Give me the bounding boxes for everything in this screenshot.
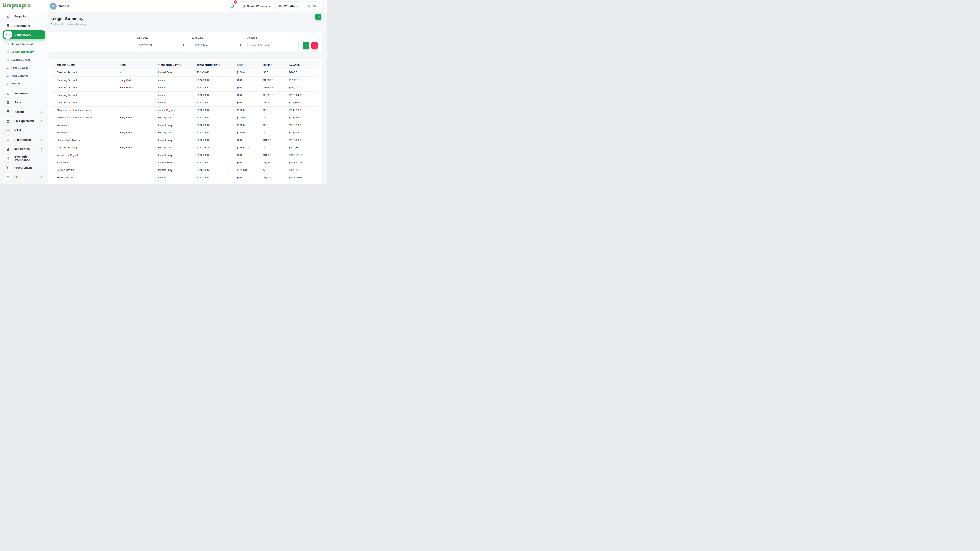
account-label: Account <box>247 36 299 39</box>
chevron-right-icon <box>40 120 43 122</box>
start-date-label: Start Date <box>137 36 188 39</box>
sidebar-item-job-search[interactable]: Job Search <box>3 144 45 154</box>
table-cell: - <box>120 136 158 144</box>
filter-panel: Start Date 06/01/2024 End Date 10/28/202… <box>48 32 322 52</box>
sidebar-item-accounting[interactable]: Accounting <box>3 21 45 30</box>
chevron-right-icon <box>40 24 43 27</box>
table-cell: $735.0 <box>263 99 288 106</box>
table-cell: $290.0 <box>237 129 263 136</box>
table-row: InventoryKelly BrookBill Payment2024-09-… <box>51 129 319 136</box>
table-cell: $234,600.0 <box>237 144 263 151</box>
sidebar-item-projects[interactable]: Projects <box>3 12 45 21</box>
sidebar-subitem-trial-balance[interactable]: Trial Balance <box>7 72 45 79</box>
table-cell: - <box>120 69 158 76</box>
table-header-row: ACCOUNT NAMENAMETRANSACTION TYPETRANSACT… <box>51 61 319 69</box>
sidebar-item-label: Recruitment <box>14 138 40 141</box>
table-row: Service Income-Invoice2024-09-11$0.0$8,6… <box>51 174 319 181</box>
table-row: Allowance for doubtful accounts-Invoice … <box>51 106 319 114</box>
sidebar-subitem-profit-loss[interactable]: Profit & Loss <box>7 64 45 72</box>
sidebar-subitem-label: Trial Balance <box>11 74 45 77</box>
sidebar-item-label: POS <box>14 175 40 179</box>
sidebar-subitem-report[interactable]: Report <box>7 79 45 87</box>
sidebar: ProjectsAccountingDoubleEntryJournal Acc… <box>0 12 48 184</box>
table-cell: - <box>120 99 158 106</box>
table-cell: $-120,791.0 <box>288 166 319 174</box>
create-workspace-button[interactable]: Create Workspace <box>238 2 274 11</box>
calendar-icon[interactable] <box>238 43 241 46</box>
table-cell: 2024-09-12 <box>197 69 237 76</box>
table-cell: - <box>120 174 158 181</box>
sidebar-item-label: Procurement <box>14 166 40 170</box>
end-date-label: End Date <box>192 36 243 39</box>
table-cell: $114,399.0 <box>288 99 319 106</box>
end-date-field: End Date 10/28/2024 <box>192 36 243 49</box>
chevron-right-icon <box>40 129 43 132</box>
workspace-chip-label: WorkDo <box>58 5 69 8</box>
bullet-icon <box>7 75 9 77</box>
sidebar-item-assets[interactable]: Assets <box>3 107 45 116</box>
table-cell: $-112,166.0 <box>288 174 319 181</box>
bullet-icon <box>7 51 9 53</box>
sidebar-item-procurement[interactable]: Procurement <box>3 163 45 172</box>
table-cell: $100.0 <box>263 136 288 144</box>
reset-filter-button[interactable] <box>312 42 318 49</box>
sidebar-item-sage[interactable]: Sage <box>3 98 45 107</box>
sidebar-item-pos[interactable]: POS <box>3 173 45 181</box>
page-title: Ledger Summary <box>51 16 322 21</box>
table-row: Inventory-Journal Entry2024-09-12$100.0$… <box>51 121 319 129</box>
calendar-icon[interactable] <box>183 43 186 46</box>
table-cell: 2024-09-11 <box>197 129 237 136</box>
sidebar-item-hrm[interactable]: HRM <box>3 126 45 135</box>
sidebar-item-biometric-attendance[interactable]: Biometric Attendance <box>3 154 45 163</box>
table-cell: Bill Payment <box>158 129 197 136</box>
table-row: Checking AccountBuffy WalterInvoice2024-… <box>51 84 319 91</box>
table-row: Land and BuildingsKelly BrookBill Paymen… <box>51 144 319 151</box>
shield-check-icon <box>4 89 12 97</box>
chevron-down-icon <box>71 5 73 8</box>
table-cell: $1,200.0 <box>237 166 263 174</box>
table-cell: $0.0 <box>237 76 263 84</box>
table-cell: $100.0 <box>237 69 263 76</box>
column-header-balance: BALANCE <box>288 61 319 69</box>
table-cell: Invoice <box>158 84 197 91</box>
table-row: Income Tax Payable-Journal Entry2024-09-… <box>51 151 319 159</box>
language-label: EN <box>312 5 316 8</box>
search-icon <box>304 44 307 47</box>
start-date-input[interactable]: 06/01/2024 <box>137 41 188 49</box>
table-cell: $0.0 <box>263 166 288 174</box>
apply-filter-button[interactable] <box>303 42 309 49</box>
calculator-icon <box>4 108 12 116</box>
table-cell: 2024-09-12 <box>197 151 237 159</box>
language-selector[interactable]: EN <box>304 2 324 11</box>
sidebar-item-label: Biometric Attendance <box>14 155 40 162</box>
sidebar-item-label: DoubleEntry <box>14 33 40 37</box>
sidebar-item-doubleentry[interactable]: DoubleEntry <box>3 30 45 39</box>
table-cell: Invoice <box>158 99 197 106</box>
workspace-switcher[interactable]: WorkDo <box>276 2 302 11</box>
table-cell: 2024-09-12 <box>197 159 237 166</box>
messages-button[interactable]: 0 <box>228 2 236 11</box>
table-cell: Journal Entry <box>158 121 197 129</box>
table-cell: Kelly Brook <box>120 144 158 151</box>
sidebar-item-insurance[interactable]: Insurance <box>3 89 45 98</box>
sidebar-subitem-ledger-summary[interactable]: Ledger Summary <box>7 48 45 56</box>
sidebar-item-recruitment[interactable]: Recruitment <box>3 135 45 144</box>
account-select[interactable]: - Select Account <box>247 41 299 49</box>
chat-bubble-icon <box>230 4 234 8</box>
sidebar-subitem-journal-account[interactable]: Journal Account <box>7 40 45 48</box>
topbar-actions: 0 Create Workspace WorkDo EN <box>228 2 324 11</box>
breadcrumb-dashboard-link[interactable]: Dashboard <box>51 23 63 26</box>
app-window: Unipospro WorkDo 0 Create Workspace Work… <box>0 0 326 184</box>
filter-actions <box>303 42 318 49</box>
download-button[interactable] <box>315 14 321 20</box>
workspace-chip[interactable]: WorkDo <box>48 2 76 11</box>
sidebar-subitem-balance-sheet[interactable]: Balance Sheet <box>7 56 45 64</box>
table-cell: $0.0 <box>237 84 263 91</box>
table-cell: Buffy Walter <box>120 76 158 84</box>
sidebar-item-fix-equipment[interactable]: Fix Equipment <box>3 117 45 125</box>
table-cell: Allowance for doubtful accounts <box>51 106 120 114</box>
end-date-input[interactable]: 10/28/2024 <box>192 41 243 49</box>
table-cell: 2024-09-12 <box>197 106 237 114</box>
column-header-debit: DEBIT <box>237 61 263 69</box>
table-cell: Land and Buildings <box>51 144 120 151</box>
